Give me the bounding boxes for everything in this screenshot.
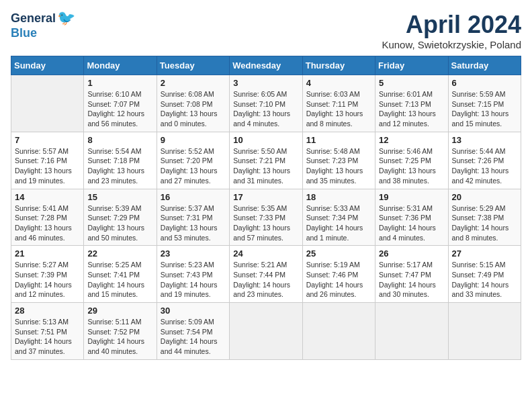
day-number: 2: [161, 78, 226, 88]
calendar-cell: 7Sunrise: 5:57 AM Sunset: 7:16 PM Daylig…: [11, 132, 84, 189]
day-number: 28: [15, 306, 80, 316]
header-day-tuesday: Tuesday: [157, 56, 229, 75]
day-info: Sunrise: 5:50 AM Sunset: 7:21 PM Dayligh…: [233, 146, 298, 186]
day-number: 18: [306, 192, 371, 202]
calendar-cell: 21Sunrise: 5:27 AM Sunset: 7:39 PM Dayli…: [11, 246, 84, 303]
day-number: 1: [87, 78, 152, 88]
day-number: 9: [161, 135, 226, 145]
day-number: 8: [87, 135, 152, 145]
calendar-cell: 29Sunrise: 5:11 AM Sunset: 7:52 PM Dayli…: [84, 303, 157, 360]
day-info: Sunrise: 5:46 AM Sunset: 7:25 PM Dayligh…: [379, 146, 444, 186]
day-info: Sunrise: 6:10 AM Sunset: 7:07 PM Dayligh…: [87, 89, 152, 129]
calendar-cell: 15Sunrise: 5:39 AM Sunset: 7:29 PM Dayli…: [84, 189, 157, 246]
day-info: Sunrise: 5:39 AM Sunset: 7:29 PM Dayligh…: [87, 203, 152, 243]
calendar-cell: 18Sunrise: 5:33 AM Sunset: 7:34 PM Dayli…: [302, 189, 375, 246]
calendar-cell: [230, 303, 302, 360]
day-number: 12: [379, 135, 444, 145]
calendar-cell: 12Sunrise: 5:46 AM Sunset: 7:25 PM Dayli…: [375, 132, 448, 189]
calendar-cell: 26Sunrise: 5:17 AM Sunset: 7:47 PM Dayli…: [375, 246, 448, 303]
calendar-cell: 17Sunrise: 5:35 AM Sunset: 7:33 PM Dayli…: [230, 189, 302, 246]
title-area: April 2024 Kunow, Swietokrzyskie, Poland: [382, 11, 521, 50]
day-info: Sunrise: 5:13 AM Sunset: 7:51 PM Dayligh…: [15, 317, 80, 357]
day-info: Sunrise: 5:59 AM Sunset: 7:15 PM Dayligh…: [452, 89, 517, 129]
calendar-cell: 2Sunrise: 6:08 AM Sunset: 7:08 PM Daylig…: [157, 75, 229, 132]
day-info: Sunrise: 5:15 AM Sunset: 7:49 PM Dayligh…: [452, 260, 517, 300]
logo-general: General: [11, 12, 56, 26]
calendar-header-row: SundayMondayTuesdayWednesdayThursdayFrid…: [11, 56, 521, 75]
calendar-cell: 11Sunrise: 5:48 AM Sunset: 7:23 PM Dayli…: [302, 132, 375, 189]
day-info: Sunrise: 5:48 AM Sunset: 7:23 PM Dayligh…: [306, 146, 371, 186]
day-number: 23: [161, 248, 226, 259]
day-number: 30: [161, 306, 226, 316]
day-number: 3: [233, 78, 298, 88]
day-info: Sunrise: 5:17 AM Sunset: 7:47 PM Dayligh…: [379, 260, 444, 300]
day-info: Sunrise: 5:37 AM Sunset: 7:31 PM Dayligh…: [161, 203, 226, 243]
logo-blue: Blue: [11, 27, 37, 40]
header-day-saturday: Saturday: [448, 56, 521, 75]
day-info: Sunrise: 6:01 AM Sunset: 7:13 PM Dayligh…: [379, 89, 444, 129]
logo: General 🐦 Blue: [11, 11, 75, 40]
day-info: Sunrise: 5:35 AM Sunset: 7:33 PM Dayligh…: [233, 203, 298, 243]
month-title: April 2024: [382, 11, 521, 39]
day-number: 7: [15, 135, 80, 145]
location-subtitle: Kunow, Swietokrzyskie, Poland: [382, 39, 521, 50]
calendar-cell: 30Sunrise: 5:09 AM Sunset: 7:54 PM Dayli…: [157, 303, 229, 360]
day-info: Sunrise: 5:31 AM Sunset: 7:36 PM Dayligh…: [379, 203, 444, 243]
calendar-week-3: 14Sunrise: 5:41 AM Sunset: 7:28 PM Dayli…: [11, 189, 521, 246]
calendar-cell: [448, 303, 521, 360]
day-number: 25: [306, 248, 371, 259]
calendar-cell: 13Sunrise: 5:44 AM Sunset: 7:26 PM Dayli…: [448, 132, 521, 189]
header-day-thursday: Thursday: [302, 56, 375, 75]
day-number: 13: [452, 135, 517, 145]
header: General 🐦 Blue April 2024 Kunow, Swietok…: [11, 11, 521, 50]
calendar-cell: 14Sunrise: 5:41 AM Sunset: 7:28 PM Dayli…: [11, 189, 84, 246]
day-info: Sunrise: 5:54 AM Sunset: 7:18 PM Dayligh…: [87, 146, 152, 186]
day-number: 17: [233, 192, 298, 202]
day-number: 10: [233, 135, 298, 145]
day-info: Sunrise: 5:57 AM Sunset: 7:16 PM Dayligh…: [15, 146, 80, 186]
day-info: Sunrise: 5:44 AM Sunset: 7:26 PM Dayligh…: [452, 146, 517, 186]
day-info: Sunrise: 6:05 AM Sunset: 7:10 PM Dayligh…: [233, 89, 298, 129]
day-number: 14: [15, 192, 80, 202]
calendar-week-1: 1Sunrise: 6:10 AM Sunset: 7:07 PM Daylig…: [11, 75, 521, 132]
calendar-cell: 5Sunrise: 6:01 AM Sunset: 7:13 PM Daylig…: [375, 75, 448, 132]
day-number: 27: [452, 248, 517, 259]
day-info: Sunrise: 6:03 AM Sunset: 7:11 PM Dayligh…: [306, 89, 371, 129]
calendar-cell: 23Sunrise: 5:23 AM Sunset: 7:43 PM Dayli…: [157, 246, 229, 303]
calendar-cell: [11, 75, 84, 132]
calendar-cell: 8Sunrise: 5:54 AM Sunset: 7:18 PM Daylig…: [84, 132, 157, 189]
calendar-cell: 4Sunrise: 6:03 AM Sunset: 7:11 PM Daylig…: [302, 75, 375, 132]
day-number: 24: [233, 248, 298, 259]
day-info: Sunrise: 6:08 AM Sunset: 7:08 PM Dayligh…: [161, 89, 226, 129]
day-number: 4: [306, 78, 371, 88]
calendar-cell: 16Sunrise: 5:37 AM Sunset: 7:31 PM Dayli…: [157, 189, 229, 246]
day-number: 29: [87, 306, 152, 316]
day-info: Sunrise: 5:11 AM Sunset: 7:52 PM Dayligh…: [87, 317, 152, 357]
calendar-cell: 27Sunrise: 5:15 AM Sunset: 7:49 PM Dayli…: [448, 246, 521, 303]
day-info: Sunrise: 5:21 AM Sunset: 7:44 PM Dayligh…: [233, 260, 298, 300]
logo-bird-icon: 🐦: [57, 9, 75, 27]
calendar-table: SundayMondayTuesdayWednesdayThursdayFrid…: [11, 56, 521, 360]
calendar-cell: 1Sunrise: 6:10 AM Sunset: 7:07 PM Daylig…: [84, 75, 157, 132]
header-day-friday: Friday: [375, 56, 448, 75]
day-number: 6: [452, 78, 517, 88]
day-number: 16: [161, 192, 226, 202]
day-info: Sunrise: 5:19 AM Sunset: 7:46 PM Dayligh…: [306, 260, 371, 300]
calendar-cell: [375, 303, 448, 360]
day-info: Sunrise: 5:29 AM Sunset: 7:38 PM Dayligh…: [452, 203, 517, 243]
calendar-cell: [302, 303, 375, 360]
calendar-cell: 20Sunrise: 5:29 AM Sunset: 7:38 PM Dayli…: [448, 189, 521, 246]
day-info: Sunrise: 5:23 AM Sunset: 7:43 PM Dayligh…: [161, 260, 226, 300]
calendar-week-2: 7Sunrise: 5:57 AM Sunset: 7:16 PM Daylig…: [11, 132, 521, 189]
day-number: 19: [379, 192, 444, 202]
day-number: 11: [306, 135, 371, 145]
day-info: Sunrise: 5:09 AM Sunset: 7:54 PM Dayligh…: [161, 317, 226, 357]
day-info: Sunrise: 5:33 AM Sunset: 7:34 PM Dayligh…: [306, 203, 371, 243]
day-info: Sunrise: 5:25 AM Sunset: 7:41 PM Dayligh…: [87, 260, 152, 300]
day-info: Sunrise: 5:27 AM Sunset: 7:39 PM Dayligh…: [15, 260, 80, 300]
header-day-wednesday: Wednesday: [230, 56, 302, 75]
day-number: 20: [452, 192, 517, 202]
calendar-cell: 28Sunrise: 5:13 AM Sunset: 7:51 PM Dayli…: [11, 303, 84, 360]
day-info: Sunrise: 5:52 AM Sunset: 7:20 PM Dayligh…: [161, 146, 226, 186]
calendar-cell: 6Sunrise: 5:59 AM Sunset: 7:15 PM Daylig…: [448, 75, 521, 132]
